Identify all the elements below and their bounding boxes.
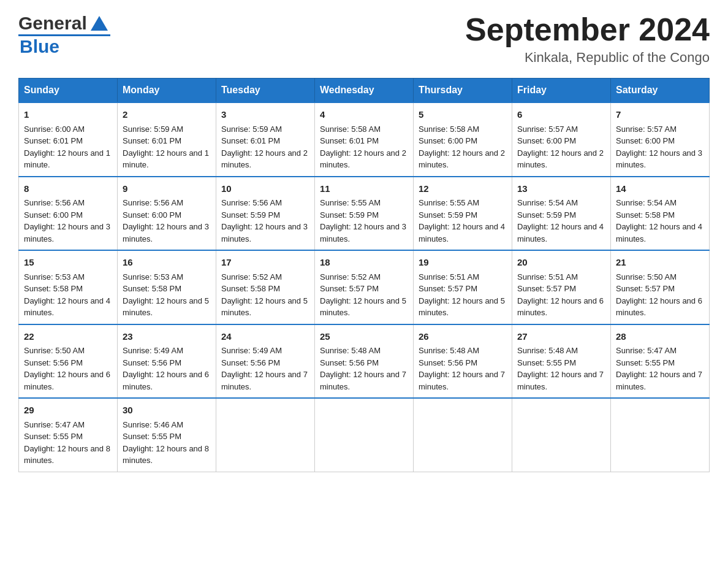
sunrise-text: Sunrise: 5:52 AM — [221, 272, 282, 282]
table-row: 12Sunrise: 5:55 AMSunset: 5:59 PMDayligh… — [414, 177, 512, 251]
daylight-text: Daylight: 12 hours and 5 minutes. — [320, 296, 406, 318]
logo-general-text: General — [18, 13, 87, 34]
table-row: 6Sunrise: 5:57 AMSunset: 6:00 PMDaylight… — [512, 102, 611, 177]
table-row: 8Sunrise: 5:56 AMSunset: 6:00 PMDaylight… — [19, 177, 118, 251]
logo: General Blue — [18, 12, 110, 57]
sunrise-text: Sunrise: 5:49 AM — [221, 346, 282, 355]
sunrise-text: Sunrise: 5:46 AM — [123, 420, 183, 429]
day-number: 21 — [616, 256, 704, 270]
sunrise-text: Sunrise: 5:48 AM — [419, 346, 479, 355]
daylight-text: Daylight: 12 hours and 4 minutes. — [419, 222, 505, 243]
sunrise-text: Sunrise: 5:55 AM — [419, 198, 479, 207]
day-number: 14 — [616, 182, 704, 196]
sunset-text: Sunset: 5:57 PM — [616, 284, 675, 293]
header-thursday: Thursday — [414, 79, 512, 103]
calendar-table: Sunday Monday Tuesday Wednesday Thursday… — [18, 78, 710, 472]
table-row: 15Sunrise: 5:53 AMSunset: 5:58 PMDayligh… — [19, 250, 118, 324]
daylight-text: Daylight: 12 hours and 6 minutes. — [616, 296, 702, 318]
daylight-text: Daylight: 12 hours and 2 minutes. — [221, 148, 308, 170]
sunset-text: Sunset: 5:59 PM — [221, 210, 280, 220]
sunrise-text: Sunrise: 5:56 AM — [24, 198, 85, 207]
daylight-text: Daylight: 12 hours and 2 minutes. — [517, 148, 604, 170]
day-number: 26 — [419, 330, 507, 344]
sunset-text: Sunset: 6:00 PM — [517, 136, 576, 145]
sunrise-text: Sunrise: 5:56 AM — [221, 198, 282, 207]
daylight-text: Daylight: 12 hours and 8 minutes. — [123, 444, 209, 465]
sunset-text: Sunset: 5:56 PM — [123, 358, 181, 367]
day-number: 27 — [517, 330, 605, 344]
sunset-text: Sunset: 6:01 PM — [24, 136, 83, 145]
calendar-week-row: 8Sunrise: 5:56 AMSunset: 6:00 PMDaylight… — [19, 177, 710, 251]
sunset-text: Sunset: 5:58 PM — [24, 284, 83, 293]
sunset-text: Sunset: 5:56 PM — [24, 358, 83, 367]
table-row: 17Sunrise: 5:52 AMSunset: 5:58 PMDayligh… — [216, 250, 315, 324]
day-number: 6 — [517, 108, 605, 122]
daylight-text: Daylight: 12 hours and 7 minutes. — [419, 370, 505, 391]
table-row: 26Sunrise: 5:48 AMSunset: 5:56 PMDayligh… — [414, 324, 512, 399]
sunrise-text: Sunrise: 5:58 AM — [419, 124, 479, 134]
table-row: 11Sunrise: 5:55 AMSunset: 5:59 PMDayligh… — [315, 177, 414, 251]
sunrise-text: Sunrise: 5:49 AM — [123, 346, 183, 355]
daylight-text: Daylight: 12 hours and 2 minutes. — [419, 148, 505, 170]
sunset-text: Sunset: 5:58 PM — [123, 284, 181, 293]
sunset-text: Sunset: 6:01 PM — [221, 136, 280, 145]
sunset-text: Sunset: 6:00 PM — [419, 136, 477, 145]
sunset-text: Sunset: 5:57 PM — [419, 284, 477, 293]
calendar-header-row: Sunday Monday Tuesday Wednesday Thursday… — [19, 79, 710, 103]
day-number: 16 — [123, 256, 211, 270]
sunrise-text: Sunrise: 5:47 AM — [616, 346, 677, 355]
day-number: 11 — [320, 182, 408, 196]
table-row: 22Sunrise: 5:50 AMSunset: 5:56 PMDayligh… — [19, 324, 118, 399]
day-number: 13 — [517, 182, 605, 196]
table-row: 3Sunrise: 5:59 AMSunset: 6:01 PMDaylight… — [216, 102, 315, 177]
logo-triangle-icon — [88, 12, 110, 34]
table-row — [216, 398, 315, 472]
sunrise-text: Sunrise: 5:59 AM — [123, 124, 183, 134]
day-number: 22 — [24, 330, 112, 344]
day-number: 10 — [221, 182, 309, 196]
day-number: 5 — [419, 108, 507, 122]
day-number: 19 — [419, 256, 507, 270]
daylight-text: Daylight: 12 hours and 6 minutes. — [123, 370, 209, 391]
header-monday: Monday — [118, 79, 216, 103]
daylight-text: Daylight: 12 hours and 2 minutes. — [320, 148, 406, 170]
table-row: 7Sunrise: 5:57 AMSunset: 6:00 PMDaylight… — [611, 102, 710, 177]
sunset-text: Sunset: 5:55 PM — [616, 358, 675, 367]
calendar-week-row: 15Sunrise: 5:53 AMSunset: 5:58 PMDayligh… — [19, 250, 710, 324]
sunset-text: Sunset: 5:56 PM — [221, 358, 280, 367]
sunset-text: Sunset: 5:55 PM — [123, 432, 181, 441]
sunset-text: Sunset: 5:56 PM — [419, 358, 477, 367]
daylight-text: Daylight: 12 hours and 7 minutes. — [616, 370, 702, 391]
daylight-text: Daylight: 12 hours and 1 minute. — [123, 148, 209, 170]
table-row — [611, 398, 710, 472]
day-number: 8 — [24, 182, 112, 196]
daylight-text: Daylight: 12 hours and 4 minutes. — [24, 296, 110, 318]
sunset-text: Sunset: 5:56 PM — [320, 358, 379, 367]
daylight-text: Daylight: 12 hours and 3 minutes. — [221, 222, 308, 243]
table-row: 25Sunrise: 5:48 AMSunset: 5:56 PMDayligh… — [315, 324, 414, 399]
day-number: 24 — [221, 330, 309, 344]
day-number: 29 — [24, 404, 112, 418]
day-number: 4 — [320, 108, 408, 122]
sunrise-text: Sunrise: 5:53 AM — [24, 272, 85, 282]
daylight-text: Daylight: 12 hours and 7 minutes. — [517, 370, 604, 391]
day-number: 2 — [123, 108, 211, 122]
calendar-week-row: 1Sunrise: 6:00 AMSunset: 6:01 PMDaylight… — [19, 102, 710, 177]
page-header: General Blue September 2024 Kinkala, Rep… — [18, 12, 710, 66]
daylight-text: Daylight: 12 hours and 8 minutes. — [24, 444, 110, 465]
sunset-text: Sunset: 5:57 PM — [517, 284, 576, 293]
day-number: 3 — [221, 108, 309, 122]
daylight-text: Daylight: 12 hours and 3 minutes. — [24, 222, 110, 243]
daylight-text: Daylight: 12 hours and 5 minutes. — [221, 296, 308, 318]
table-row: 18Sunrise: 5:52 AMSunset: 5:57 PMDayligh… — [315, 250, 414, 324]
title-area: September 2024 Kinkala, Republic of the … — [465, 12, 710, 66]
day-number: 7 — [616, 108, 704, 122]
sunset-text: Sunset: 5:55 PM — [517, 358, 576, 367]
sunset-text: Sunset: 5:59 PM — [517, 210, 576, 220]
table-row: 14Sunrise: 5:54 AMSunset: 5:58 PMDayligh… — [611, 177, 710, 251]
logo-blue-text: Blue — [18, 34, 110, 57]
svg-marker-0 — [91, 16, 108, 31]
daylight-text: Daylight: 12 hours and 3 minutes. — [320, 222, 406, 243]
day-number: 28 — [616, 330, 704, 344]
day-number: 20 — [517, 256, 605, 270]
